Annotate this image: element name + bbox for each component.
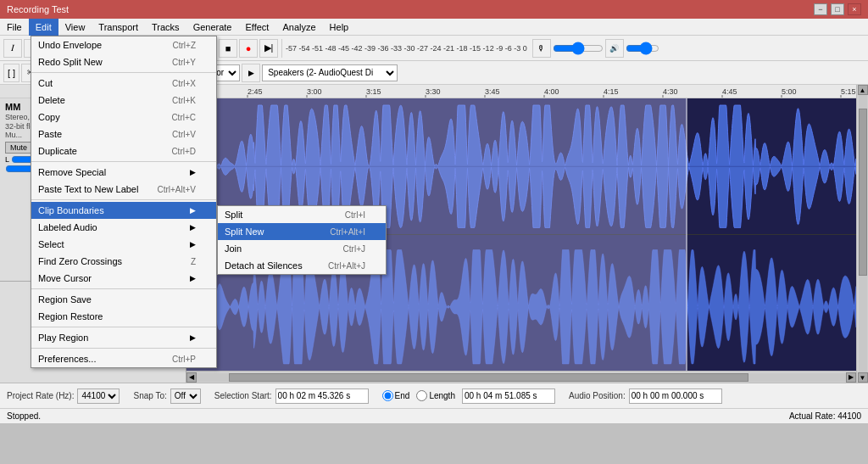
output-gain-slider[interactable] — [626, 43, 659, 53]
scroll-left-btn[interactable]: ◀ — [186, 372, 197, 383]
app-title: Recording Test — [7, 4, 69, 14]
svg-text:4:00: 4:00 — [544, 87, 559, 96]
separator-4 — [31, 288, 216, 289]
stopped-label: Stopped. — [7, 411, 41, 421]
actual-rate-label: Actual Rate: 44100 — [789, 411, 861, 421]
play-region-item[interactable]: Play Region ▶ — [31, 329, 216, 346]
duplicate-item[interactable]: Duplicate Ctrl+D — [31, 143, 216, 159]
paste-item[interactable]: Paste Ctrl+V — [31, 126, 216, 143]
region-restore-item[interactable]: Region Restore — [31, 308, 216, 325]
db-scale: -57 -54 -51 -48 -45 -42 -39 -36 -33 -30 … — [286, 44, 527, 53]
selection-start-input[interactable] — [275, 389, 369, 404]
remove-special-item[interactable]: Remove Special ▶ — [31, 164, 216, 181]
preferences-item[interactable]: Preferences... Ctrl+P — [31, 350, 216, 367]
record-btn[interactable]: ● — [239, 39, 258, 58]
minimize-button[interactable]: − — [814, 3, 827, 15]
separator-3 — [31, 199, 216, 200]
separator-1 — [31, 72, 216, 73]
menu-transport[interactable]: Transport — [92, 19, 145, 36]
delete-item[interactable]: Delete Ctrl+K — [31, 92, 216, 109]
clip-boundaries-submenu: Split Ctrl+I Split New Ctrl+Alt+I Join C… — [217, 205, 387, 275]
snap-to-field: Snap To: Off — [133, 389, 200, 404]
svg-text:4:30: 4:30 — [663, 87, 678, 96]
menu-file[interactable]: File — [0, 19, 29, 36]
menu-generate[interactable]: Generate — [186, 19, 239, 36]
svg-rect-0 — [186, 85, 856, 98]
end-value-input[interactable] — [462, 389, 555, 404]
stop-btn[interactable]: ■ — [219, 39, 237, 58]
region-save-item[interactable]: Region Save — [31, 291, 216, 308]
scroll-thumb[interactable] — [229, 373, 748, 382]
menu-analyze[interactable]: Analyze — [275, 19, 322, 36]
close-button[interactable]: × — [848, 3, 861, 15]
title-bar: Recording Test − □ × — [0, 0, 868, 19]
snap-to-select[interactable]: Off — [170, 389, 201, 404]
selection-start-label: Selection Start: — [214, 391, 272, 400]
length-radio[interactable] — [416, 390, 427, 401]
scroll-track[interactable] — [197, 373, 846, 382]
menu-effect[interactable]: Effect — [239, 19, 276, 36]
separator-6 — [31, 348, 216, 349]
track-name: MM — [5, 102, 20, 112]
horizontal-scrollbar[interactable]: ◀ ▶ — [186, 371, 856, 383]
svg-text:5:00: 5:00 — [782, 87, 797, 96]
end-radio[interactable] — [382, 390, 393, 401]
vscroll-track[interactable] — [859, 95, 867, 372]
project-rate-field: Project Rate (Hz): 44100 — [7, 389, 120, 404]
window-controls: − □ × — [814, 3, 861, 15]
move-cursor-item[interactable]: Move Cursor ▶ — [31, 270, 216, 287]
svg-text:4:45: 4:45 — [722, 87, 737, 96]
menu-view[interactable]: View — [58, 19, 92, 36]
copy-item[interactable]: Copy Ctrl+C — [31, 109, 216, 126]
redo-split-new-item[interactable]: Redo Split New Ctrl+Y — [31, 53, 216, 70]
vertical-scrollbar[interactable]: ▲ ▼ — [856, 85, 868, 383]
scroll-right-btn[interactable]: ▶ — [846, 372, 856, 383]
find-zero-crossings-item[interactable]: Find Zero Crossings Z — [31, 253, 216, 270]
end-radio-label[interactable]: End — [382, 390, 410, 401]
svg-text:4:15: 4:15 — [604, 87, 619, 96]
svg-text:3:00: 3:00 — [307, 87, 322, 96]
input-gain-slider[interactable] — [553, 43, 604, 53]
menu-tracks[interactable]: Tracks — [145, 19, 186, 36]
split-item[interactable]: Split Ctrl+I — [218, 206, 386, 223]
input-gain-btn[interactable]: 🎙 — [532, 39, 551, 58]
vscroll-thumb[interactable] — [859, 109, 867, 275]
svg-text:2:45: 2:45 — [248, 87, 263, 96]
output-gain-btn[interactable]: 🔊 — [605, 39, 624, 58]
bottom-status-bar: Stopped. Actual Rate: 44100 — [0, 408, 868, 423]
split-new-item[interactable]: Split New Ctrl+Alt+I — [218, 223, 386, 240]
undo-envelope-item[interactable]: Undo Envelope Ctrl+Z — [31, 36, 216, 53]
playback-device-select[interactable]: Speakers (2- AudioQuest Di — [262, 64, 398, 81]
svg-text:3:30: 3:30 — [426, 87, 441, 96]
menu-edit[interactable]: Edit — [29, 19, 58, 36]
audio-position-input[interactable] — [629, 389, 722, 404]
selection-start-field: Selection Start: — [214, 389, 369, 404]
scroll-down-btn[interactable]: ▼ — [858, 372, 868, 383]
separator-2 — [31, 161, 216, 162]
snap-to-label: Snap To: — [133, 391, 166, 400]
separator-5 — [31, 327, 216, 327]
cursor-tool-btn[interactable]: 𝐼 — [3, 39, 22, 58]
time-ruler: 2:30 2:45 3:00 3:15 3:30 3:45 4:00 4:15 — [186, 85, 856, 98]
length-radio-label[interactable]: Length — [416, 390, 455, 401]
join-item[interactable]: Join Ctrl+J — [218, 240, 386, 257]
clip-boundaries-item[interactable]: Clip Boundaries ▶ — [31, 202, 216, 219]
paste-text-item[interactable]: Paste Text to New Label Ctrl+Alt+V — [31, 181, 216, 198]
audio-position-field: Audio Position: — [569, 389, 722, 404]
restore-button[interactable]: □ — [831, 3, 844, 15]
svg-text:5:15: 5:15 — [841, 87, 856, 96]
detach-at-silences-item[interactable]: Detach at Silences Ctrl+Alt+J — [218, 257, 386, 274]
edit-menu-dropdown: Undo Envelope Ctrl+Z Redo Split New Ctrl… — [31, 36, 217, 368]
mute-button[interactable]: Mute — [5, 142, 32, 154]
svg-text:3:45: 3:45 — [485, 87, 500, 96]
labeled-audio-item[interactable]: Labeled Audio ▶ — [31, 219, 216, 236]
select-region-btn[interactable]: [ ] — [3, 64, 19, 82]
skip-end-btn[interactable]: ▶| — [259, 39, 278, 58]
scroll-up-btn[interactable]: ▲ — [858, 85, 868, 95]
audio-position-label: Audio Position: — [569, 391, 626, 400]
select-item[interactable]: Select ▶ — [31, 236, 216, 253]
recording-channels-btn[interactable]: ▶ — [242, 64, 260, 82]
menu-help[interactable]: Help — [323, 19, 356, 36]
cut-item[interactable]: Cut Ctrl+X — [31, 75, 216, 92]
project-rate-select[interactable]: 44100 — [77, 389, 120, 404]
